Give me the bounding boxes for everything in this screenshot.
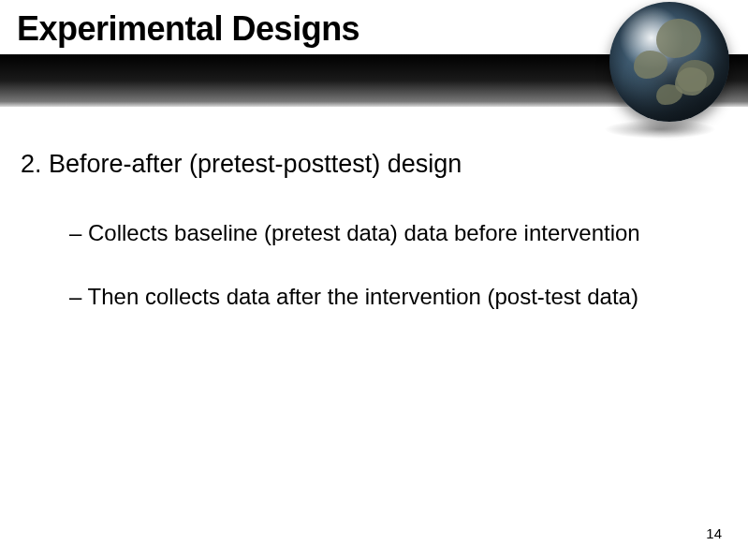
slide-body: 2. Before-after (pretest-posttest) desig… xyxy=(21,150,727,347)
bullet-item: – Collects baseline (pretest data) data … xyxy=(69,220,727,246)
slide-title: Experimental Designs xyxy=(17,9,359,49)
section-heading: 2. Before-after (pretest-posttest) desig… xyxy=(21,150,727,179)
bullet-item: – Then collects data after the intervent… xyxy=(69,284,727,310)
globe-graphic xyxy=(594,0,735,137)
page-number: 14 xyxy=(706,525,722,541)
globe-shadow xyxy=(604,120,716,139)
earth-globe-icon xyxy=(609,2,729,122)
